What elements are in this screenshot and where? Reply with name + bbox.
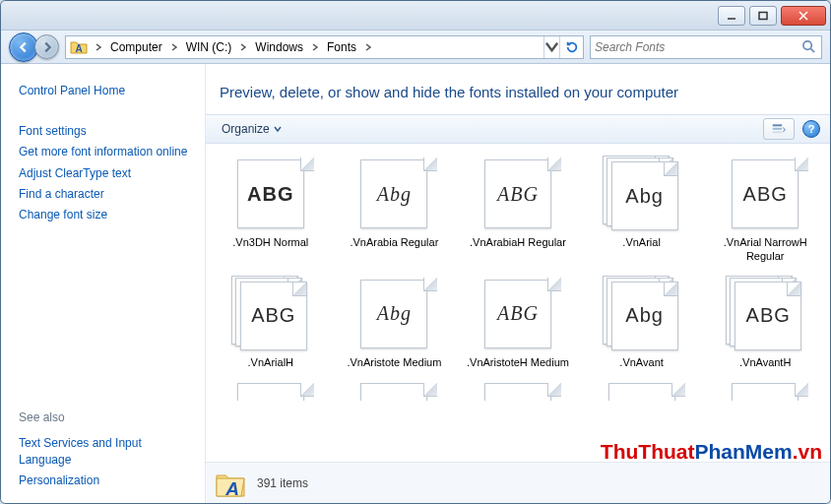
- chevron-right-icon[interactable]: [167, 36, 181, 58]
- font-item[interactable]: [583, 379, 701, 410]
- font-item[interactable]: Abg .VnAristote Medium: [336, 274, 454, 374]
- font-item[interactable]: Abg .VnAvant: [583, 274, 701, 374]
- font-item[interactable]: [336, 379, 454, 410]
- font-item[interactable]: ABG .VnArialH: [212, 274, 330, 374]
- font-label: .VnAristote Medium: [347, 356, 441, 370]
- search-input[interactable]: [595, 40, 801, 54]
- title-bar: [1, 1, 830, 31]
- font-preview-icon: Abg: [599, 278, 685, 350]
- font-label: .VnArabiaH Regular: [470, 236, 566, 250]
- font-preview-icon: ABG: [475, 158, 561, 230]
- svg-point-2: [803, 40, 811, 48]
- maximize-button[interactable]: [749, 6, 777, 26]
- svg-rect-3: [773, 124, 782, 126]
- main-pane: Preview, delete, or show and hide the fo…: [206, 64, 830, 503]
- breadcrumb-item[interactable]: Fonts: [322, 36, 361, 58]
- font-label: .VnArabia Regular: [350, 236, 438, 250]
- font-preview-icon: ABG: [722, 158, 808, 230]
- sidebar-link[interactable]: Change font size: [19, 207, 195, 222]
- font-item[interactable]: [706, 379, 824, 410]
- svg-rect-4: [773, 128, 782, 130]
- font-label: .VnAvant: [619, 356, 663, 370]
- font-item[interactable]: ABG .VnArial NarrowH Regular: [706, 154, 824, 268]
- svg-rect-0: [759, 12, 767, 19]
- organize-button[interactable]: Organize: [216, 119, 288, 139]
- close-button[interactable]: [781, 6, 826, 26]
- svg-rect-5: [773, 131, 782, 133]
- font-preview-icon: Abg: [599, 158, 685, 230]
- search-icon: [801, 39, 817, 55]
- chevron-right-icon[interactable]: [308, 36, 322, 58]
- chevron-right-icon[interactable]: [92, 36, 105, 58]
- font-label: .VnArial NarrowH Regular: [711, 236, 819, 264]
- font-label: .VnArial: [622, 236, 661, 250]
- font-preview-icon: ABG: [722, 278, 808, 350]
- font-label: .Vn3DH Normal: [232, 236, 308, 250]
- font-item[interactable]: ABG .VnAristoteH Medium: [459, 274, 577, 374]
- breadcrumb: ComputerWIN (C:)WindowsFonts: [92, 36, 543, 58]
- font-preview-icon: ABG: [475, 278, 561, 350]
- fonts-folder-icon: A: [70, 38, 88, 56]
- font-preview-icon: Abg: [351, 278, 437, 350]
- sidebar-link[interactable]: Get more font information online: [19, 144, 195, 159]
- font-item[interactable]: [212, 379, 330, 410]
- font-preview-icon: ABG: [227, 278, 314, 350]
- search-box[interactable]: [590, 35, 822, 59]
- sidebar-link[interactable]: Personalization: [19, 472, 195, 488]
- sidebar-link[interactable]: Text Services and Input Language: [19, 435, 195, 467]
- font-preview-icon: [599, 383, 685, 401]
- toolbar: Organize ?: [206, 114, 830, 144]
- font-grid[interactable]: ABG .Vn3DH Normal Abg .VnArabia Regular …: [206, 144, 830, 462]
- address-dropdown-button[interactable]: [543, 36, 559, 58]
- font-preview-icon: [227, 383, 314, 401]
- font-label: .VnAristoteH Medium: [467, 356, 569, 370]
- navigation-bar: A ComputerWIN (C:)WindowsFonts: [1, 31, 830, 64]
- forward-button[interactable]: [34, 34, 59, 59]
- font-preview-icon: [475, 383, 561, 401]
- breadcrumb-item[interactable]: WIN (C:): [181, 36, 237, 58]
- breadcrumb-item[interactable]: Computer: [105, 36, 167, 58]
- font-preview-icon: Abg: [351, 158, 437, 230]
- svg-text:A: A: [224, 478, 239, 499]
- explorer-window: A ComputerWIN (C:)WindowsFonts Control P…: [0, 0, 831, 504]
- control-panel-home-link[interactable]: Control Panel Home: [19, 83, 195, 98]
- font-label: .VnAvantH: [739, 356, 791, 370]
- help-button[interactable]: ?: [802, 120, 820, 138]
- view-options-button[interactable]: [763, 118, 795, 140]
- font-item[interactable]: Abg .VnArabia Regular: [336, 154, 454, 268]
- minimize-button[interactable]: [718, 6, 745, 26]
- svg-text:A: A: [75, 43, 82, 54]
- font-item[interactable]: Abg .VnArial: [583, 154, 701, 268]
- page-title: Preview, delete, or show and hide the fo…: [206, 64, 830, 114]
- refresh-button[interactable]: [559, 36, 583, 58]
- font-preview-icon: [722, 383, 808, 401]
- breadcrumb-item[interactable]: Windows: [250, 36, 308, 58]
- item-count: 391 items: [257, 476, 308, 490]
- font-item[interactable]: ABG .VnAvantH: [706, 274, 824, 374]
- chevron-right-icon[interactable]: [236, 36, 250, 58]
- font-item[interactable]: ABG .Vn3DH Normal: [212, 154, 330, 268]
- see-also-header: See also: [19, 410, 195, 424]
- font-item[interactable]: ABG .VnArabiaH Regular: [459, 154, 577, 268]
- status-bar: A 391 items: [206, 462, 830, 503]
- organize-label: Organize: [222, 122, 270, 136]
- font-preview-icon: [351, 383, 437, 401]
- font-preview-icon: ABG: [227, 158, 314, 230]
- sidebar-link[interactable]: Font settings: [19, 123, 195, 139]
- font-label: .VnArialH: [248, 356, 293, 370]
- font-item[interactable]: [459, 379, 577, 410]
- address-bar[interactable]: A ComputerWIN (C:)WindowsFonts: [65, 35, 584, 59]
- sidebar-link[interactable]: Adjust ClearType text: [19, 165, 195, 181]
- fonts-folder-icon: A: [214, 467, 247, 500]
- sidebar-link[interactable]: Find a character: [19, 186, 195, 202]
- chevron-right-icon[interactable]: [361, 36, 375, 58]
- sidebar: Control Panel Home Font settingsGet more…: [1, 64, 206, 503]
